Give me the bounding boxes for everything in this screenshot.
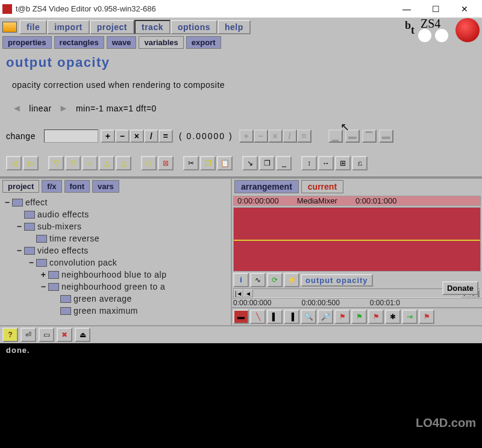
tree-toggle-icon[interactable]: − — [40, 282, 47, 291]
op-=-button[interactable]: = — [158, 129, 173, 143]
arr-tab-arrangement[interactable]: arrangement — [234, 180, 299, 193]
tree-toggle-icon[interactable]: − — [16, 222, 23, 231]
tree-item[interactable]: −sub-mixers — [4, 220, 227, 232]
lower-tab-font[interactable]: font — [64, 180, 90, 193]
next-key-button[interactable]: ▷ — [23, 156, 39, 170]
align-right-button[interactable]: ▔ — [362, 129, 377, 143]
lower-tab-project[interactable]: project — [2, 180, 39, 193]
split-left-button[interactable]: ▌ — [267, 310, 283, 324]
tree-toggle-icon[interactable]: − — [16, 246, 23, 255]
op-/-button[interactable]: / — [144, 129, 158, 143]
track-color-button[interactable]: ▬ — [233, 310, 249, 324]
copy-button[interactable]: ❐ — [200, 156, 216, 170]
center-button[interactable]: ✱ — [385, 310, 401, 324]
tree-item[interactable]: green average — [4, 293, 227, 305]
menu-project[interactable]: project — [90, 20, 134, 34]
menu-file[interactable]: file — [19, 20, 47, 34]
tab-properties[interactable]: properties — [2, 36, 52, 49]
align-extra-button[interactable]: ▬ — [379, 129, 393, 143]
snap-button[interactable]: ⊞ — [335, 156, 351, 170]
flag-red2-button[interactable]: ⚑ — [368, 310, 384, 324]
tree-item[interactable]: time reverse — [4, 232, 227, 244]
maximize-button[interactable]: ☐ — [428, 2, 443, 16]
tool-b-button[interactable]: ❐ — [259, 156, 275, 170]
prev-key-button[interactable]: ◁ — [6, 156, 22, 170]
extra-tool-button[interactable]: ⎌ — [352, 156, 368, 170]
folder-icon — [12, 199, 23, 207]
op2-−-button[interactable]: − — [254, 129, 268, 143]
status-bar: done. — [0, 343, 482, 357]
cut-timeline-button[interactable]: ╲ — [250, 310, 266, 324]
tree-item[interactable]: −video effects — [4, 244, 227, 257]
menu-track[interactable]: track — [134, 20, 171, 34]
timeline-track[interactable] — [233, 207, 481, 272]
range-text: min=-1 max=1 dft=0 — [76, 104, 157, 113]
tree-item[interactable]: +neighbourhood blue to alp — [4, 269, 227, 281]
split-right-button[interactable]: ▐ — [284, 310, 299, 324]
tool-a-button[interactable]: ↘ — [242, 156, 258, 170]
op2-×-button[interactable]: × — [268, 129, 283, 143]
tree-item[interactable]: −convolution pack — [4, 257, 227, 269]
menu-options[interactable]: options — [171, 20, 218, 34]
scroll-left-icon[interactable]: ◄ — [243, 289, 253, 297]
key-down-button[interactable]: ▽ — [48, 156, 64, 170]
tree-toggle-icon[interactable]: − — [28, 258, 35, 267]
tab-wave[interactable]: wave — [107, 36, 137, 49]
tree-item[interactable]: −neighbourhood green to a — [4, 281, 227, 293]
scroll-start-icon[interactable]: |◄ — [234, 289, 243, 297]
window-button[interactable]: ▭ — [39, 328, 54, 342]
info-button[interactable]: i — [233, 273, 249, 287]
tree-item[interactable]: audio effects — [4, 208, 227, 220]
waveform-button[interactable]: ∿ — [250, 273, 266, 287]
donate-button[interactable]: Donate — [442, 281, 478, 295]
flag-green-button[interactable]: ⚑ — [351, 310, 367, 324]
menu-help[interactable]: help — [218, 20, 251, 34]
key-down2-button[interactable]: ▽ — [65, 156, 81, 170]
goto-button[interactable]: ⇥ — [402, 310, 418, 324]
op-−-button[interactable]: − — [115, 129, 130, 143]
zoom-out-button[interactable]: 🔎 — [318, 310, 333, 324]
lower-tab-vars[interactable]: vars — [92, 180, 119, 193]
tree-item[interactable]: −effect — [4, 196, 227, 208]
key-circle-button[interactable]: ○ — [82, 156, 98, 170]
flag-last-button[interactable]: ⚑ — [419, 310, 434, 324]
tab-rectangles[interactable]: rectangles — [54, 36, 104, 49]
resize-h-button[interactable]: ↔ — [318, 156, 334, 170]
paste-button[interactable]: 📋 — [217, 156, 233, 170]
zoom-in-button[interactable]: 🔍 — [301, 310, 316, 324]
arr-tab-current[interactable]: current — [301, 180, 343, 193]
open-folder-icon[interactable] — [2, 22, 17, 33]
lower-tab-fx[interactable]: f/x — [42, 180, 61, 193]
change-input[interactable] — [44, 129, 98, 143]
tool-c-button[interactable]: ⎯ — [276, 156, 292, 170]
minimize-button[interactable]: — — [399, 2, 415, 16]
op-×-button[interactable]: × — [130, 129, 144, 143]
help-button[interactable]: ? — [2, 328, 18, 342]
resize-v-button[interactable]: ↕ — [301, 156, 317, 170]
tab-variables[interactable]: variables — [139, 36, 183, 49]
tree-toggle-icon[interactable]: − — [4, 198, 11, 207]
tree-item[interactable]: green maximum — [4, 305, 227, 317]
op2-=-button[interactable]: = — [297, 129, 311, 143]
marker-square-button[interactable]: □ — [141, 156, 157, 170]
prev-mode-icon[interactable]: ◄ — [12, 103, 22, 114]
menu-import[interactable]: import — [47, 20, 90, 34]
tree-toggle-icon[interactable]: + — [40, 270, 47, 279]
op2-/-button[interactable]: / — [283, 129, 297, 143]
output-opacity-label[interactable]: output opacity — [301, 274, 373, 287]
enter-button[interactable]: ⏎ — [20, 328, 36, 342]
flag-red-button[interactable]: ⚑ — [334, 310, 350, 324]
flash-button[interactable]: ⚡ — [284, 273, 299, 287]
key-up-button[interactable]: △ — [99, 156, 114, 170]
loop-button[interactable]: ⟳ — [267, 273, 283, 287]
next-mode-icon[interactable]: ► — [59, 103, 69, 114]
cut-button[interactable]: ✂ — [183, 156, 199, 170]
eject-button[interactable]: ⏏ — [75, 328, 90, 342]
close-button[interactable]: ✕ — [457, 2, 472, 16]
op-+-button[interactable]: + — [101, 129, 115, 143]
op2-+-button[interactable]: + — [239, 129, 254, 143]
delete-button[interactable]: ✖ — [57, 328, 72, 342]
tab-export[interactable]: export — [186, 36, 221, 49]
key-up2-button[interactable]: △ — [116, 156, 131, 170]
marker-delete-button[interactable]: ⊠ — [158, 156, 174, 170]
